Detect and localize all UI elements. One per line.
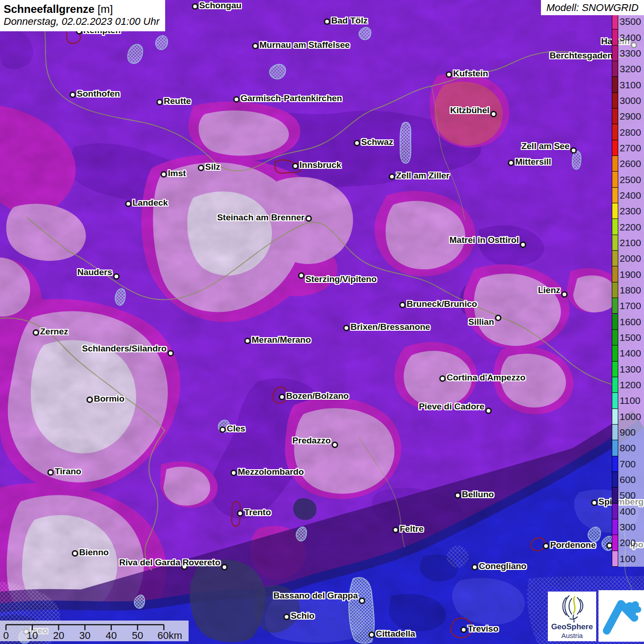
title-box: Schneefallgrenze [m] Donnerstag, 02.02.2… — [0, 0, 165, 31]
legend-value-label: 400 — [620, 506, 636, 517]
legend-color-swatch — [612, 440, 618, 456]
legend-color-swatch — [612, 456, 618, 472]
mountain-cloud-logo — [598, 590, 644, 642]
legend-value-label: 3200 — [620, 64, 641, 74]
page-title: Schneefallgrenze [m] — [4, 3, 160, 16]
legend-value-label: 2300 — [620, 206, 641, 216]
legend-color-swatch — [612, 156, 618, 172]
legend-color-swatch — [612, 172, 618, 187]
legend-value-label: 1200 — [620, 380, 641, 390]
legend-color-swatch — [612, 203, 618, 219]
legend-value-label: 600 — [620, 475, 636, 485]
scale-bar-label: 20 — [53, 630, 64, 641]
legend-value-label: 500 — [620, 490, 636, 500]
geosphere-austria-logo: GeoSphere Austria — [548, 592, 596, 641]
legend-value-label: 1800 — [620, 285, 641, 295]
legend-value-label: 2000 — [620, 253, 641, 264]
legend-color-swatch — [612, 61, 618, 77]
legend-color-swatch — [612, 46, 618, 61]
legend-color-swatch — [612, 235, 618, 251]
geosphere-logo-subtext: Austria — [561, 632, 583, 639]
legend-value-label: 2200 — [620, 222, 641, 232]
map-canvas — [0, 0, 644, 644]
legend-value-label: 1500 — [620, 333, 641, 343]
legend-color-swatch — [612, 504, 618, 519]
legend-value-label: 1600 — [620, 317, 641, 327]
legend-color-swatch — [612, 472, 618, 488]
legend-color-swatch — [612, 266, 618, 282]
geosphere-logo-text: GeoSphere — [551, 622, 593, 632]
scale-bar-label: 60km — [157, 630, 182, 641]
legend-value-label: 3500 — [620, 17, 641, 27]
legend-color-swatch — [612, 219, 618, 235]
legend-value-label: 2600 — [620, 159, 641, 169]
legend-color-swatch — [612, 93, 618, 109]
geosphere-contour-icon — [556, 595, 588, 622]
legend-value-label: 2500 — [620, 175, 641, 185]
scale-bar-label: 40 — [106, 630, 117, 641]
legend-value-label: 3400 — [620, 33, 641, 43]
legend-color-swatch — [612, 330, 618, 345]
legend-color-swatch — [612, 535, 618, 551]
legend-color-swatch — [612, 109, 618, 124]
mountain-cloud-icon — [598, 590, 644, 642]
scale-bar-label: 0 — [3, 630, 9, 641]
scale-bar-label: 10 — [27, 630, 38, 641]
legend-color-swatch — [612, 345, 618, 361]
legend-color-swatch — [612, 425, 618, 440]
legend-value-label: 800 — [620, 443, 636, 453]
legend-value-label: 300 — [620, 522, 636, 532]
legend-color-swatch — [612, 124, 618, 140]
scale-bar: 0102030405060km — [0, 621, 189, 641]
legend-color-swatch — [612, 188, 618, 203]
model-label: Modell: SNOWGRID — [546, 2, 638, 14]
page-subtitle: Donnerstag, 02.02.2023 01:00 Uhr — [4, 16, 160, 28]
legend-value-label: 1000 — [620, 412, 641, 422]
weather-map-stage: SchongauBad TölzKemptenMurnau am Staffel… — [0, 0, 644, 644]
legend-value-label: 1900 — [620, 270, 641, 280]
legend-value-label: 200 — [620, 538, 636, 548]
legend-value-label: 1700 — [620, 301, 641, 311]
legend-color-swatch — [612, 362, 618, 377]
legend-color-swatch — [612, 488, 618, 503]
legend-value-label: 100 — [620, 554, 636, 564]
legend-color-swatch — [612, 14, 618, 29]
legend-color-swatch — [612, 393, 618, 408]
legend-value-label: 3100 — [620, 80, 641, 90]
legend-color-swatch — [612, 409, 618, 425]
scale-bar-ruler: 0102030405060km — [0, 621, 189, 641]
legend-color-swatch — [612, 140, 618, 156]
legend-color-swatch — [612, 77, 618, 92]
legend-color-swatch — [612, 314, 618, 330]
scale-bar-label: 50 — [132, 630, 143, 641]
legend-color-swatch — [612, 298, 618, 314]
legend-color-bar — [612, 14, 618, 567]
legend-value-label: 2900 — [620, 111, 641, 121]
legend-value-label: 2800 — [620, 127, 641, 138]
scale-bar-label: 30 — [79, 630, 90, 641]
legend-value-label: 1400 — [620, 348, 641, 358]
legend-value-label: 2400 — [620, 190, 641, 201]
legend-color-swatch — [612, 282, 618, 298]
legend-color-swatch — [612, 29, 618, 45]
legend-value-label: 1100 — [620, 396, 640, 406]
legend-color-swatch — [612, 519, 618, 535]
legend-color-swatch — [612, 251, 618, 266]
legend-value-label: 3000 — [620, 96, 641, 106]
legend-value-label: 2100 — [620, 238, 641, 248]
legend-value-label: 700 — [620, 459, 636, 469]
legend-color-swatch — [612, 377, 618, 393]
legend-value-label: 2700 — [620, 143, 641, 153]
legend-value-label: 1300 — [620, 364, 641, 374]
terrain-texture — [0, 0, 644, 644]
model-box: Modell: SNOWGRID — [541, 0, 644, 15]
legend-value-label: 3300 — [620, 48, 641, 58]
legend-color-swatch — [612, 551, 618, 567]
legend-value-label: 900 — [620, 427, 636, 437]
